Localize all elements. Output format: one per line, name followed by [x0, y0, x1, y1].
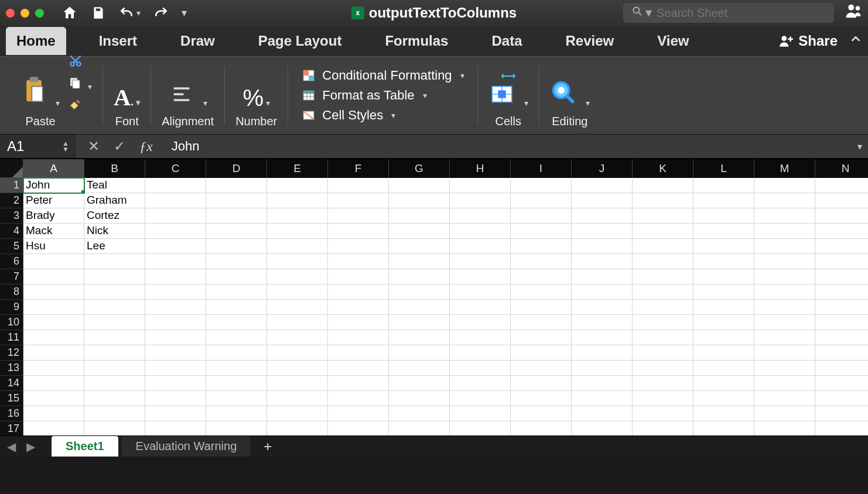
cell[interactable] — [633, 269, 693, 284]
cell[interactable] — [206, 376, 267, 391]
cell[interactable] — [511, 315, 572, 330]
cell[interactable] — [572, 315, 633, 330]
cell[interactable] — [693, 193, 754, 208]
column-header[interactable]: N — [815, 159, 868, 178]
cell[interactable] — [511, 239, 572, 254]
cell[interactable] — [815, 300, 868, 315]
cell[interactable] — [815, 239, 868, 254]
home-icon[interactable] — [61, 5, 78, 21]
row-header[interactable]: 15 — [0, 391, 23, 406]
cell[interactable] — [511, 178, 572, 193]
cell[interactable] — [267, 376, 328, 391]
cell[interactable] — [450, 376, 511, 391]
cell[interactable] — [145, 406, 206, 421]
row-header[interactable]: 11 — [0, 330, 23, 345]
cell[interactable] — [145, 239, 206, 254]
cell[interactable]: John — [23, 178, 84, 193]
cell[interactable] — [633, 315, 693, 330]
cell[interactable] — [815, 254, 868, 269]
cell[interactable] — [633, 284, 693, 300]
cell[interactable] — [328, 239, 389, 254]
cell[interactable] — [267, 178, 328, 193]
cell[interactable] — [450, 315, 511, 330]
cell[interactable] — [815, 330, 868, 345]
cell[interactable] — [206, 193, 267, 208]
cell[interactable] — [145, 300, 206, 315]
cell[interactable] — [23, 361, 84, 376]
cell[interactable] — [693, 178, 754, 193]
cell[interactable] — [328, 421, 389, 437]
cell[interactable] — [206, 345, 267, 361]
cell[interactable] — [693, 391, 754, 406]
cell[interactable] — [389, 376, 450, 391]
cell[interactable] — [572, 330, 633, 345]
cell[interactable] — [84, 376, 145, 391]
row-header[interactable]: 10 — [0, 315, 23, 330]
undo-button[interactable] — [119, 5, 141, 20]
cell[interactable] — [206, 224, 267, 239]
cell[interactable] — [511, 391, 572, 406]
expand-formula-bar-button[interactable]: ▾ — [852, 141, 868, 152]
cell[interactable] — [754, 391, 815, 406]
cell[interactable] — [633, 224, 693, 239]
cell[interactable] — [754, 300, 815, 315]
cell[interactable] — [23, 254, 84, 269]
cell[interactable] — [267, 391, 328, 406]
column-header[interactable]: C — [145, 159, 206, 178]
cell[interactable] — [754, 208, 815, 224]
cell[interactable] — [572, 345, 633, 361]
cell[interactable] — [206, 269, 267, 284]
cell[interactable] — [389, 208, 450, 224]
cell[interactable] — [693, 330, 754, 345]
cell[interactable] — [267, 345, 328, 361]
cell[interactable] — [572, 178, 633, 193]
cell[interactable] — [693, 239, 754, 254]
cell[interactable] — [145, 345, 206, 361]
cell[interactable] — [206, 391, 267, 406]
tab-draw[interactable]: Draw — [170, 27, 225, 55]
cell[interactable] — [267, 361, 328, 376]
cell[interactable] — [572, 406, 633, 421]
cell[interactable] — [328, 208, 389, 224]
cell[interactable] — [267, 406, 328, 421]
cell[interactable] — [754, 376, 815, 391]
column-header[interactable]: H — [450, 159, 511, 178]
cell[interactable] — [511, 193, 572, 208]
row-header[interactable]: 7 — [0, 269, 23, 284]
cell[interactable] — [328, 315, 389, 330]
search-dropdown-icon[interactable]: ▾ — [645, 5, 652, 20]
cell[interactable] — [693, 315, 754, 330]
cell[interactable] — [754, 345, 815, 361]
column-header[interactable]: G — [389, 159, 450, 178]
formula-input[interactable] — [165, 135, 852, 158]
fx-icon[interactable]: ƒx — [139, 139, 153, 155]
search-input[interactable] — [657, 6, 826, 20]
cell[interactable] — [389, 361, 450, 376]
cell[interactable] — [145, 391, 206, 406]
maximize-window-button[interactable] — [35, 9, 44, 18]
cell[interactable] — [145, 208, 206, 224]
cell[interactable] — [693, 361, 754, 376]
row-header[interactable]: 3 — [0, 208, 23, 224]
cell[interactable] — [511, 284, 572, 300]
cell[interactable] — [267, 239, 328, 254]
cell[interactable] — [145, 193, 206, 208]
share-button[interactable]: Share — [778, 33, 838, 49]
row-header[interactable]: 5 — [0, 239, 23, 254]
cell[interactable] — [450, 284, 511, 300]
cell[interactable] — [23, 376, 84, 391]
cell[interactable] — [389, 315, 450, 330]
close-window-button[interactable] — [6, 9, 15, 18]
conditional-formatting-button[interactable]: Conditional Formatting▾ — [301, 68, 464, 83]
column-header[interactable]: E — [267, 159, 328, 178]
cell[interactable] — [328, 254, 389, 269]
accept-formula-button[interactable]: ✓ — [114, 138, 125, 155]
cell[interactable] — [23, 284, 84, 300]
cell[interactable] — [328, 345, 389, 361]
editing-button[interactable] — [550, 79, 590, 111]
cell[interactable] — [206, 208, 267, 224]
cell[interactable] — [206, 254, 267, 269]
row-header[interactable]: 14 — [0, 376, 23, 391]
cell[interactable] — [206, 300, 267, 315]
cell[interactable] — [815, 208, 868, 224]
